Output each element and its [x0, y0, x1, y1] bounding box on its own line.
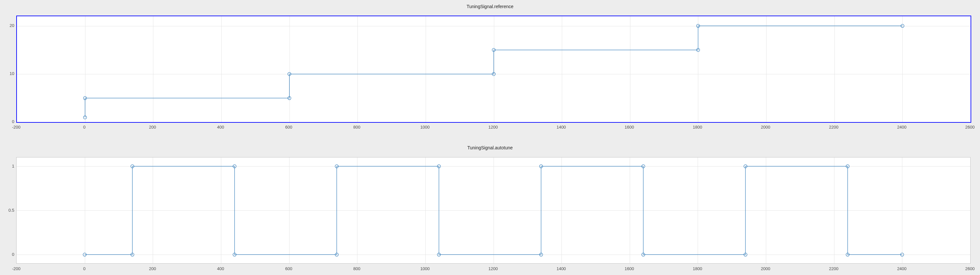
- y-tick-label: 0.5: [8, 208, 14, 213]
- x-tick-label: 800: [353, 266, 360, 271]
- x-tick-label: 1000: [420, 125, 430, 130]
- x-tick-label: 2400: [897, 125, 907, 130]
- chart-title-1: TuningSignal.autotune: [0, 145, 980, 150]
- line-series: [85, 166, 902, 254]
- x-tick-label: 800: [353, 125, 360, 130]
- x-tick-label: 200: [149, 266, 156, 271]
- x-tick-label: 1000: [420, 266, 430, 271]
- x-tick-label: 2200: [829, 266, 838, 271]
- plot-area-1[interactable]: [16, 157, 970, 264]
- x-tick-label: 2400: [897, 266, 907, 271]
- chart-title-0: TuningSignal.reference: [0, 4, 980, 9]
- x-tick-label: 200: [149, 125, 156, 130]
- y-tick-label: 0: [12, 119, 14, 124]
- x-tick-label: 1600: [625, 266, 634, 271]
- x-tick-label: 1200: [488, 266, 498, 271]
- x-tick-label: 2000: [761, 266, 770, 271]
- x-tick-label: 600: [285, 125, 293, 130]
- x-tick-label: 2000: [761, 125, 770, 130]
- x-tick-label: 2600: [966, 266, 975, 271]
- x-tick-label: 0: [83, 266, 86, 271]
- line-series: [85, 26, 903, 118]
- x-tick-label: 0: [83, 125, 86, 130]
- x-tick-label: 400: [217, 125, 224, 130]
- x-tick-label: 1800: [693, 266, 702, 271]
- x-tick-label: -200: [12, 125, 21, 130]
- series-1: [17, 157, 970, 263]
- x-tick-label: 1400: [557, 266, 566, 271]
- x-tick-label: 1400: [557, 125, 566, 130]
- y-tick-label: 1: [12, 164, 14, 168]
- x-tick-label: 1200: [488, 125, 498, 130]
- x-tick-label: 400: [217, 266, 224, 271]
- y-tick-label: 10: [10, 71, 14, 76]
- series-0: [17, 16, 970, 122]
- x-tick-label: 1600: [625, 125, 634, 130]
- y-tick-label: 20: [10, 23, 14, 28]
- y-tick-label: 0: [12, 252, 14, 257]
- x-tick-label: 2600: [966, 125, 975, 130]
- x-tick-label: 2200: [829, 125, 838, 130]
- x-tick-label: 600: [285, 266, 293, 271]
- x-tick-label: -200: [12, 266, 21, 271]
- plot-area-0[interactable]: [16, 16, 971, 123]
- x-tick-label: 1800: [693, 125, 702, 130]
- figure: TuningSignal.reference-20002004006008001…: [0, 0, 980, 275]
